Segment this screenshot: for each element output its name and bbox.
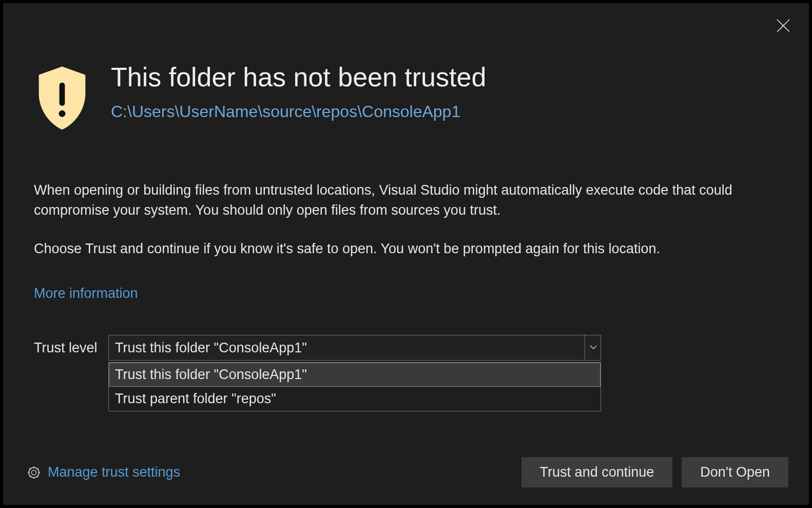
trust-dialog: This folder has not been trusted C:\User… [3,3,809,505]
svg-rect-2 [60,83,65,106]
description-paragraph-1: When opening or building files from untr… [34,180,783,220]
description-paragraph-2: Choose Trust and continue if you know it… [34,239,783,259]
close-button[interactable] [773,15,794,36]
gear-icon [26,465,42,480]
close-icon [776,18,790,33]
svg-point-5 [29,467,39,478]
shield-warning-icon [29,62,95,132]
trust-level-select[interactable]: Trust this folder "ConsoleApp1" Trust th… [108,335,601,361]
more-information-link[interactable]: More information [34,286,138,302]
trust-level-label: Trust level [34,340,108,356]
trust-level-combobox[interactable]: Trust this folder "ConsoleApp1" [108,335,601,361]
dialog-footer: Manage trust settings Trust and continue… [3,457,809,487]
header-titles: This folder has not been trusted C:\User… [95,62,486,132]
trust-option-parent-folder[interactable]: Trust parent folder "repos" [109,387,601,411]
svg-point-4 [32,470,36,475]
trust-option-this-folder[interactable]: Trust this folder "ConsoleApp1" [109,363,601,387]
dont-open-button[interactable]: Don't Open [682,457,788,487]
trust-and-continue-button[interactable]: Trust and continue [521,457,673,487]
dialog-header: This folder has not been trusted C:\User… [29,62,486,132]
manage-trust-settings-link[interactable]: Manage trust settings [26,464,180,480]
svg-point-3 [59,110,66,117]
dropdown-arrow-button[interactable] [585,334,601,360]
dialog-body: When opening or building files from untr… [34,180,783,302]
chevron-down-icon [590,345,597,350]
manage-trust-settings-label: Manage trust settings [48,464,180,480]
trust-level-selected-text: Trust this folder "ConsoleApp1" [109,340,584,356]
folder-path: C:\Users\UserName\source\repos\ConsoleAp… [111,102,486,121]
dialog-title: This folder has not been trusted [111,62,486,93]
trust-level-dropdown: Trust this folder "ConsoleApp1" Trust pa… [108,362,601,411]
trust-level-row: Trust level Trust this folder "ConsoleAp… [34,335,601,361]
